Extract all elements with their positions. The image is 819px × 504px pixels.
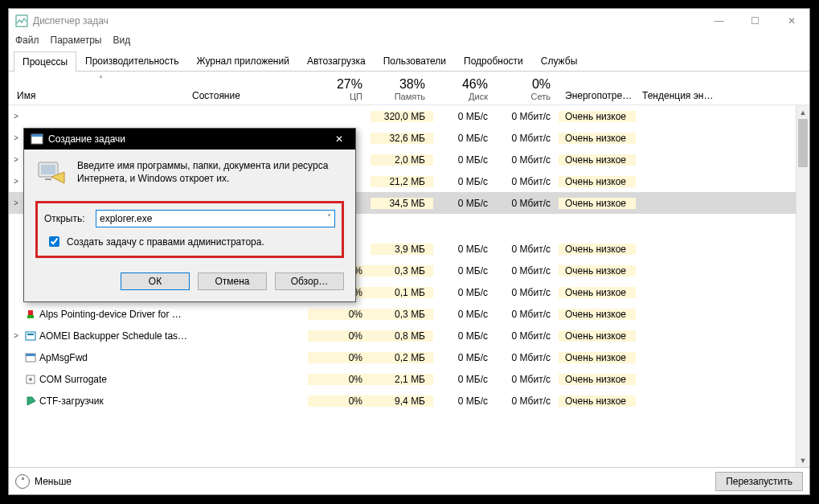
col-memory[interactable]: 38%Память [371,77,433,101]
expand-toggle[interactable]: > [9,112,23,121]
dialog-instruction: Введите имя программы, папки, документа … [77,159,344,185]
tab-app-history[interactable]: Журнал приложений [188,51,298,71]
process-disk: 0 МБ/с [433,111,496,122]
tabs: Процессы Производительность Журнал прило… [9,51,809,72]
expand-toggle[interactable]: > [9,177,23,186]
expand-toggle[interactable]: > [9,331,23,340]
process-row[interactable]: ApMsgFwd 0% 0,2 МБ 0 МБ/с 0 Мбит/с Очень… [9,346,809,368]
process-cpu: 0% [308,374,371,385]
collapse-button[interactable]: ˄ Меньше [15,474,72,489]
process-row[interactable]: COM Surrogate 0% 2,1 МБ 0 МБ/с 0 Мбит/с … [9,368,809,390]
process-network: 0 Мбит/с [496,198,559,209]
column-headers: ˄ Имя Состояние 27%ЦП 38%Память 46%Диск … [9,72,809,105]
process-memory: 320,0 МБ [371,111,433,122]
expand-toggle[interactable]: > [9,155,23,164]
browse-button[interactable]: Обзор… [275,272,344,290]
process-power: Очень низкое [559,133,636,144]
scroll-up-icon[interactable]: ▲ [796,105,809,119]
svg-rect-17 [45,178,51,180]
process-memory: 21,2 МБ [371,176,433,187]
svg-rect-16 [41,165,55,174]
process-power: Очень низкое [559,309,636,320]
close-button[interactable]: ✕ [773,9,809,33]
process-network: 0 Мбит/с [496,176,559,187]
footer: ˄ Меньше Перезапустить [9,467,809,494]
expand-toggle[interactable]: > [9,199,23,207]
cancel-button[interactable]: Отмена [198,272,267,290]
run-icon [35,159,68,191]
col-disk[interactable]: 46%Диск [433,77,496,101]
col-name[interactable]: ˄ Имя [9,72,192,101]
process-row[interactable]: CTF-загрузчик 0% 9,4 МБ 0 МБ/с 0 Мбит/с … [9,390,809,412]
process-memory: 32,6 МБ [371,133,433,144]
tab-details[interactable]: Подробности [455,51,532,71]
process-icon [25,374,36,385]
col-state[interactable]: Состояние [192,90,308,101]
process-power: Очень низкое [559,265,636,277]
process-network: 0 Мбит/с [496,133,559,144]
process-disk: 0 МБ/с [433,395,496,407]
process-name [23,111,192,122]
process-disk: 0 МБ/с [433,244,496,255]
tab-processes[interactable]: Процессы [14,51,76,72]
col-cpu[interactable]: 27%ЦП [308,77,371,101]
process-power: Очень низкое [559,374,636,385]
process-power: Очень низкое [559,198,636,209]
scroll-thumb[interactable] [798,119,808,167]
menu-options[interactable]: Параметры [51,35,102,46]
svg-rect-14 [31,134,43,137]
process-network: 0 Мбит/с [496,330,559,342]
process-row[interactable]: Alps Pointing-device Driver for … 0% 0,3… [9,303,809,325]
maximize-button[interactable]: ☐ [737,9,773,33]
process-network: 0 Мбит/с [496,244,559,255]
sort-indicator-icon: ˄ [99,75,103,84]
highlighted-area: Открыть: explorer.exe ˅ Создать задачу с… [35,201,344,258]
tab-startup[interactable]: Автозагрузка [298,51,375,71]
col-network[interactable]: 0%Сеть [496,77,559,101]
process-memory: 3,9 МБ [371,244,433,255]
process-network: 0 Мбит/с [496,374,559,385]
process-network: 0 Мбит/с [496,395,559,407]
tab-performance[interactable]: Производительность [76,51,187,71]
process-icon [25,330,36,342]
svg-rect-10 [26,354,35,356]
process-memory: 2,0 МБ [371,154,433,166]
col-trend[interactable]: Тенденция эн… [636,90,716,101]
tab-services[interactable]: Службы [532,51,586,71]
process-disk: 0 МБ/с [433,133,496,144]
minimize-button[interactable]: — [701,9,737,33]
process-cpu: 0% [308,395,371,407]
process-row[interactable]: > 320,0 МБ 0 МБ/с 0 Мбит/с Очень низкое [9,105,809,127]
process-row[interactable]: > AOMEI Backupper Schedule tas… 0% 0,8 М… [9,325,809,346]
open-combobox[interactable]: explorer.exe ˅ [96,210,335,227]
ok-button[interactable]: ОК [121,272,190,290]
process-disk: 0 МБ/с [433,265,496,277]
process-name: COM Surrogate [23,374,192,385]
process-disk: 0 МБ/с [433,352,496,363]
menu-file[interactable]: Файл [15,35,39,46]
process-memory: 34,5 МБ [371,198,433,209]
process-name: AOMEI Backupper Schedule tas… [23,330,192,342]
open-label: Открыть: [44,213,91,224]
process-power: Очень низкое [559,176,636,187]
svg-rect-5 [28,310,33,315]
scroll-down-icon[interactable]: ▼ [796,453,809,467]
process-name: Alps Pointing-device Driver for … [23,309,192,320]
dialog-close-button[interactable]: ✕ [323,129,355,150]
process-memory: 0,3 МБ [371,309,433,320]
process-power: Очень низкое [559,395,636,407]
admin-checkbox[interactable] [49,236,59,247]
dropdown-icon[interactable]: ˅ [327,213,331,222]
process-network: 0 Мбит/с [496,309,559,320]
menu-view[interactable]: Вид [113,35,130,46]
process-disk: 0 МБ/с [433,176,496,187]
process-memory: 0,1 МБ [371,287,433,298]
process-memory: 9,4 МБ [371,395,433,407]
process-disk: 0 МБ/с [433,374,496,385]
restart-button[interactable]: Перезапустить [715,472,803,491]
tab-users[interactable]: Пользователи [375,51,455,71]
process-network: 0 Мбит/с [496,287,559,298]
col-power[interactable]: Энергопотре… [559,90,636,101]
vertical-scrollbar[interactable]: ▲ ▼ [796,105,809,467]
expand-toggle[interactable]: > [9,133,23,142]
